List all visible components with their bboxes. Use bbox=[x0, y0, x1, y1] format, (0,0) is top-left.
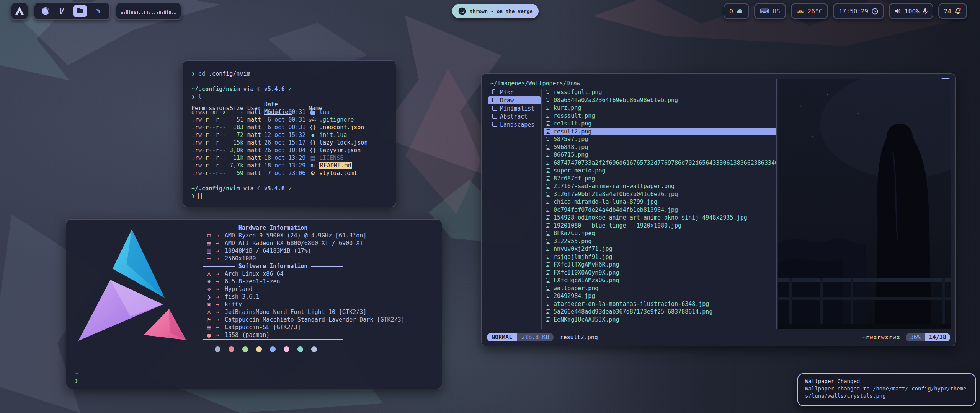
folder-label: Abstract bbox=[500, 113, 528, 120]
fastfetch-window[interactable]: Hardware Information ⊡ → AMD Ryzen 9 590… bbox=[66, 219, 442, 389]
arrow-icon: → bbox=[215, 309, 225, 315]
sidebar-folder-item[interactable]: Landscapes bbox=[488, 120, 541, 128]
image-preview-pane bbox=[778, 79, 951, 329]
weather-widget[interactable]: 26°C bbox=[791, 3, 828, 19]
file-owner: matt bbox=[246, 162, 264, 169]
file-list-item[interactable]: wallpaper.png bbox=[544, 285, 776, 293]
file-list-item[interactable]: 0c794faf07de24a4db4d4fb1eb813964.jpg bbox=[544, 206, 776, 214]
fetch-row-text: 6.5.8-zen1-1-zen bbox=[225, 278, 280, 285]
file-name: 217167-sad-anime-rain-wallpaper.png bbox=[554, 183, 675, 190]
audio-widget[interactable]: 100% bbox=[889, 3, 933, 19]
file-list-item[interactable]: atardecer-en-la-montanas-ilustracion-634… bbox=[544, 300, 776, 308]
file-list-item[interactable]: FXfcII0X0AQyn9X.png bbox=[544, 269, 776, 277]
file-list-item[interactable]: FXfcHgcWIAMzs0G.png bbox=[544, 276, 776, 285]
arrow-icon: → bbox=[215, 316, 225, 323]
fetch-row-icon: ❯ bbox=[203, 294, 215, 300]
file-list-item[interactable]: FXfcJlTXgAMvH6R.png bbox=[544, 261, 776, 269]
file-name: init.lua bbox=[318, 131, 387, 139]
file-name: 08a634fa02a32364f69ebc86a98eb1eb.png bbox=[554, 97, 678, 104]
file-list-item[interactable]: 154928-odinokoe_anime-art-anime-okno-sin… bbox=[544, 214, 776, 222]
file-name: LICENSE bbox=[318, 154, 387, 162]
audio-visualizer bbox=[116, 2, 181, 20]
file-type-icon bbox=[310, 111, 315, 115]
fetch-row-text: 1558 (pacman) bbox=[225, 332, 270, 338]
file-list-item[interactable]: 596848.jpg bbox=[544, 143, 776, 151]
file-permissions: .rw-r--r-- bbox=[191, 124, 229, 131]
folder-icon bbox=[492, 115, 497, 119]
image-file-icon bbox=[546, 106, 550, 110]
file-list-item[interactable]: EeNKYgIUcAAJ5JX.png bbox=[544, 316, 776, 324]
file-name: FXfcII0X0AQyn9X.png bbox=[554, 269, 619, 276]
file-name: super-mario.png bbox=[554, 167, 605, 174]
notifications-widget[interactable]: 24 bbox=[938, 3, 967, 19]
lua-version: v5.4.6 bbox=[264, 85, 285, 93]
terminal-cursor[interactable] bbox=[198, 193, 202, 199]
file-list-item[interactable]: re1sult.png bbox=[544, 120, 776, 128]
folder-label: Draw bbox=[500, 97, 514, 104]
firefox-icon[interactable] bbox=[41, 5, 51, 17]
file-list-item[interactable]: 217167-sad-anime-rain-wallpaper.png bbox=[544, 182, 776, 190]
clock-widget[interactable]: 17:50:29 bbox=[833, 3, 884, 19]
fetch-info-box: Hardware Information ⊡ → AMD Ryzen 9 590… bbox=[203, 224, 343, 340]
sidebar-folder-item[interactable]: Misc bbox=[488, 88, 541, 96]
file-list-item[interactable]: 20492984.jpg bbox=[544, 292, 776, 300]
file-type-icon: git bbox=[309, 116, 317, 124]
software-section-title: Software Information bbox=[203, 262, 343, 270]
updates-widget[interactable]: 0 bbox=[724, 3, 749, 19]
list-command: l bbox=[198, 93, 202, 101]
media-player-widget[interactable]: thrown - on the verge bbox=[452, 4, 539, 18]
image-file-icon bbox=[546, 114, 550, 118]
file-list-item[interactable]: super-mario.png bbox=[544, 167, 776, 175]
arrow-icon: → bbox=[215, 240, 225, 247]
app-launcher-button[interactable] bbox=[11, 2, 28, 20]
keyboard-icon: ⌨ bbox=[760, 7, 769, 15]
file-list-item[interactable]: 68747470733a2f2f696d616765732d7769786d70… bbox=[544, 159, 776, 167]
file-name: FXfcJlTXgAMvH6R.png bbox=[554, 261, 619, 268]
image-file-icon bbox=[546, 184, 550, 189]
file-list-item[interactable]: result2.png bbox=[544, 128, 776, 136]
file-name: 5a266e448add93deab367d87173e9f25-6837886… bbox=[554, 308, 712, 315]
file-name: ressdfgult.png bbox=[554, 89, 602, 96]
notification-popup[interactable]: Wallpaper Changed Wallpaper changed to /… bbox=[797, 373, 976, 406]
file-list-item[interactable]: ressdfgult.png bbox=[544, 88, 776, 96]
fetch-row-text: Catppuccin-SE [GTK2/3] bbox=[225, 324, 301, 331]
file-list-item[interactable]: 19201080-__blue-tinge__-1920×1080.jpg bbox=[544, 222, 776, 230]
file-list-item[interactable]: rsjqojlmjhf91.jpg bbox=[544, 253, 776, 261]
ls-row: .rw-r--r-- 183 matt 6 oct 00:31 {} .neoc… bbox=[191, 124, 387, 131]
hardware-info: ⊡ → AMD Ryzen 9 5900X (24) @ 4.9GHz [61.… bbox=[203, 232, 343, 262]
file-date: 12 oct 15:32 bbox=[264, 131, 309, 139]
file-list-item[interactable]: 3126f7e9bbf21a8a4af0b67b041c6e26.jpg bbox=[544, 190, 776, 198]
command-arg: .config/nvim bbox=[209, 70, 250, 78]
file-manager-window[interactable]: ~/Imagenes/Wallpapers/Draw 1 Misc Draw M… bbox=[481, 73, 956, 346]
status-bar: NORMAL 218.8 KB result2.png -rwxrwxrwx 3… bbox=[487, 332, 950, 342]
file-list-item[interactable]: kurz.png bbox=[544, 104, 776, 112]
keyboard-layout-widget[interactable]: ⌨ US bbox=[754, 3, 786, 19]
fetch-row-text: Catppuccin-Macchiato-Standard-Lavender-D… bbox=[225, 316, 405, 323]
file-list-item[interactable]: 08a634fa02a32364f69ebc86a98eb1eb.png bbox=[544, 96, 776, 104]
file-list-item[interactable]: 866715.png bbox=[544, 151, 776, 159]
file-type-icon: ⚙ bbox=[309, 169, 317, 177]
topbar-right: 0 ⌨ US 26°C 17:50:29 100% bbox=[724, 3, 967, 19]
fetch-row: ▦ → Catppuccin-SE [GTK2/3] bbox=[203, 324, 343, 331]
sidebar-folder-item[interactable]: Draw bbox=[488, 96, 541, 104]
file-list-item[interactable]: 8FKa7Cu.jpeg bbox=[544, 229, 776, 237]
file-owner: matt bbox=[246, 146, 264, 154]
file-list-item[interactable]: resssult.png bbox=[544, 112, 776, 120]
sidebar-folder-item[interactable]: Minimalist bbox=[488, 104, 541, 112]
file-list-item[interactable]: chica-mirando-la-luna-8799.jpg bbox=[544, 198, 776, 206]
fetch-row: ▣ → kitty bbox=[203, 301, 343, 308]
neovim-icon[interactable]: V bbox=[57, 5, 67, 17]
file-list-item[interactable]: nnvuv0xj2df71.jpg bbox=[544, 245, 776, 253]
file-manager-icon[interactable] bbox=[73, 5, 87, 17]
fetch-row-icon: ▦ bbox=[203, 325, 215, 330]
paint-icon[interactable]: ✎ bbox=[93, 5, 103, 17]
folder-icon bbox=[492, 123, 497, 127]
shell-prompt: ❯ bbox=[191, 70, 195, 78]
file-list-item[interactable]: 5a266e448add93deab367d87173e9f25-6837886… bbox=[544, 308, 776, 316]
file-list-item[interactable]: 3122955.png bbox=[544, 237, 776, 246]
sidebar-folder-item[interactable]: Abstract bbox=[488, 112, 541, 120]
file-list-item[interactable]: 587597.jpg bbox=[544, 135, 776, 143]
file-size: 3,0k bbox=[229, 146, 246, 154]
terminal-window[interactable]: ❯cd.config/nvim ~/.config/nvim via ☾ v5.… bbox=[183, 60, 396, 207]
file-list-item[interactable]: 87r687df.png bbox=[544, 175, 776, 183]
